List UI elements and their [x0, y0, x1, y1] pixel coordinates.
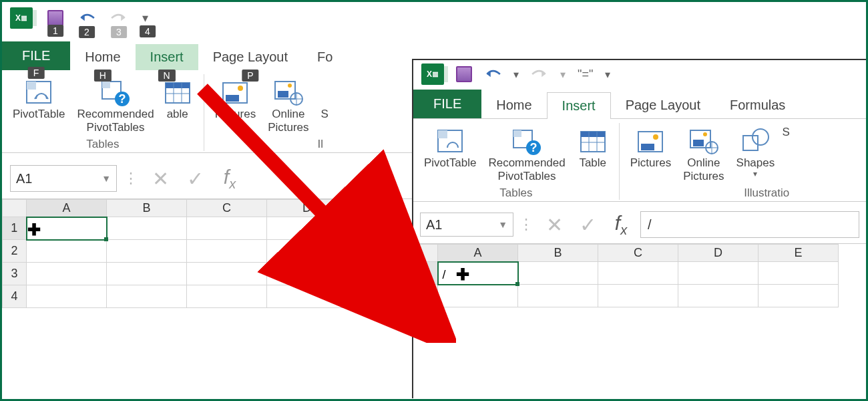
formula-bar-input[interactable]: /: [640, 211, 859, 238]
row-header-2[interactable]: 2: [3, 240, 27, 263]
fx-icon: fx: [615, 212, 627, 238]
tab-insert[interactable]: Insert N: [136, 44, 198, 70]
svg-rect-7: [166, 83, 190, 88]
excel-window-right: X≣ ▾ ▾ "=" ▾ FILE Home Insert Page Layou…: [412, 59, 866, 398]
formula-cancel[interactable]: ✕: [146, 166, 174, 190]
pictures-icon: [635, 126, 666, 156]
keytip-p: P: [242, 70, 258, 82]
row-header-3[interactable]: 3: [3, 263, 27, 285]
column-header-a[interactable]: A: [27, 200, 107, 217]
svg-text:?: ?: [530, 141, 537, 154]
column-header-c[interactable]: C: [187, 200, 267, 217]
ribbon-group-tables-label: Tables: [9, 138, 197, 151]
ribbon-recommended-pivottables[interactable]: ? Recommended PivotTables: [484, 123, 569, 185]
row-header-4[interactable]: 4: [3, 285, 27, 308]
cell-a1[interactable]: ✚: [27, 217, 107, 240]
row-header-1[interactable]: 1: [414, 262, 438, 285]
ribbon-pictures[interactable]: Pictures: [626, 123, 675, 172]
ribbon-pictures[interactable]: Pictures: [211, 74, 260, 124]
ribbon-group-tables: PivotTable ? Recommended PivotTables Tab…: [413, 123, 620, 200]
excel-logo-icon: X≣: [10, 7, 33, 29]
column-header-b[interactable]: B: [518, 245, 598, 262]
column-header-c[interactable]: C: [598, 245, 678, 262]
chevron-down-icon[interactable]: ▾: [560, 68, 566, 81]
worksheet-grid-left[interactable]: A B C D 1 ✚ 2 3 4: [2, 198, 412, 308]
fx-icon: fx: [224, 166, 236, 192]
svg-rect-13: [226, 95, 239, 102]
tab-formulas-cut[interactable]: Fo: [302, 44, 333, 70]
keytip-1: 1: [47, 25, 63, 37]
ribbon-body-left: PivotTable ? Recommended PivotTables abl…: [2, 70, 412, 153]
select-all-corner[interactable]: [414, 245, 438, 262]
ribbon-recommended-pivottables[interactable]: ? Recommended PivotTables: [73, 74, 158, 136]
tab-insert[interactable]: Insert: [547, 92, 611, 119]
formula-enter[interactable]: ✓: [181, 166, 209, 190]
ribbon-recpivot-l2: PivotTables: [87, 121, 145, 134]
qat-redo[interactable]: 3: [110, 11, 128, 25]
formula-cancel[interactable]: ✕: [540, 213, 568, 237]
insert-function[interactable]: fx: [216, 166, 244, 190]
qat-undo[interactable]: 2: [78, 11, 95, 25]
insert-function[interactable]: fx: [607, 213, 635, 237]
tab-page-layout[interactable]: Page Layout P: [198, 44, 302, 70]
ribbon-shapes-cut[interactable]: S: [317, 74, 329, 124]
column-header-e[interactable]: E: [758, 245, 839, 262]
select-all-corner[interactable]: [3, 200, 27, 217]
ribbon-pivottable[interactable]: PivotTable: [420, 123, 480, 172]
column-header-b[interactable]: B: [107, 200, 187, 217]
svg-rect-23: [513, 130, 521, 137]
chevron-down-icon: ▼: [498, 219, 507, 230]
tab-home[interactable]: Home: [481, 92, 546, 118]
column-header-a[interactable]: A: [438, 245, 518, 262]
column-header-d[interactable]: D: [267, 200, 347, 217]
ribbon-online-pictures[interactable]: Online Pictures: [679, 123, 728, 185]
cell[interactable]: [27, 240, 107, 263]
online-pictures-icon: [688, 126, 719, 156]
excel-logo-icon: X≣: [421, 63, 444, 85]
worksheet-grid-right[interactable]: A B C D E 1 / ✚ 2: [413, 243, 866, 307]
chevron-down-icon[interactable]: ▾: [513, 68, 519, 81]
undo-icon[interactable]: [484, 68, 501, 81]
ribbon-pivottable[interactable]: PivotTable: [9, 74, 69, 124]
ribbon-next-cut[interactable]: S: [783, 123, 789, 139]
save-icon[interactable]: [456, 66, 472, 82]
formula-bar-value: /: [648, 217, 652, 233]
name-box[interactable]: A1 ▼: [10, 165, 117, 192]
recommended-pivottables-icon: ?: [511, 126, 542, 156]
ribbon-table[interactable]: able: [158, 74, 197, 124]
column-header-d[interactable]: D: [678, 245, 758, 262]
keytip-2: 2: [79, 26, 95, 38]
svg-rect-33: [641, 144, 654, 150]
pivottable-icon: [23, 77, 54, 108]
redo-icon[interactable]: [531, 68, 548, 81]
tab-file[interactable]: FILE F: [2, 41, 70, 70]
cell-c1[interactable]: [187, 217, 267, 240]
svg-rect-16: [278, 91, 288, 98]
cell-d1[interactable]: [267, 217, 347, 240]
formula-enter[interactable]: ✓: [574, 213, 602, 237]
name-box[interactable]: A1 ▼: [420, 213, 513, 237]
svg-text:?: ?: [119, 92, 126, 106]
tab-insert-label: Insert: [150, 49, 184, 64]
tab-formulas[interactable]: Formulas: [715, 92, 800, 118]
check-icon: ✓: [580, 213, 596, 237]
excel-logo: X≣: [10, 7, 33, 29]
qat-save[interactable]: 1: [47, 10, 63, 26]
svg-point-15: [288, 84, 292, 88]
cell-b1[interactable]: [107, 217, 187, 240]
chevron-down-icon[interactable]: ▾: [605, 68, 610, 81]
cell-a1[interactable]: / ✚: [438, 262, 518, 285]
qat-customize[interactable]: ▾ 4: [142, 11, 148, 25]
tab-home[interactable]: Home H: [70, 44, 135, 70]
row-header-2[interactable]: 2: [414, 285, 438, 307]
svg-rect-3: [102, 82, 110, 88]
tab-file[interactable]: FILE: [413, 90, 481, 118]
tab-home-label: Home: [85, 49, 120, 64]
ribbon-table[interactable]: Table: [574, 123, 612, 172]
ribbon-group-tables: PivotTable ? Recommended PivotTables abl…: [2, 74, 204, 151]
ribbon-online-pictures[interactable]: Online Pictures: [264, 74, 312, 136]
x-icon: ✕: [546, 213, 563, 237]
ribbon-shapes[interactable]: Shapes ▾: [732, 123, 779, 181]
tab-page-layout[interactable]: Page Layout: [611, 92, 715, 118]
row-header-1[interactable]: 1: [3, 217, 27, 240]
